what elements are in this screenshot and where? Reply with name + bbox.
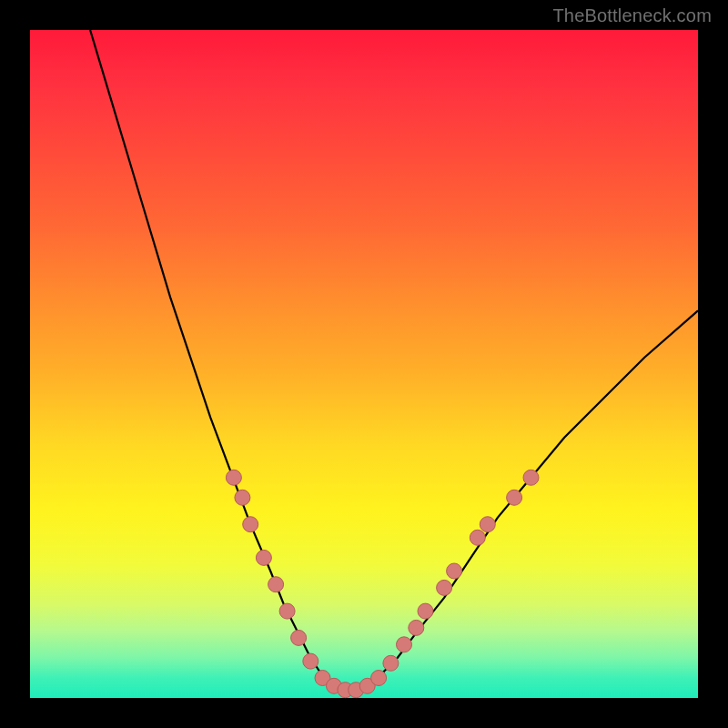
marker-dot — [383, 655, 399, 671]
marker-dot — [291, 630, 307, 645]
marker-dot — [303, 653, 318, 669]
marker-dot — [235, 490, 250, 505]
marker-dot — [409, 620, 424, 635]
marker-dot — [437, 580, 452, 595]
watermark-text: TheBottleneck.com — [552, 5, 712, 26]
marker-dot — [507, 490, 522, 505]
marker-dot — [268, 577, 284, 592]
curve-svg — [30, 30, 698, 698]
marker-dot — [418, 603, 433, 619]
marker-dot — [371, 671, 387, 686]
marker-dot — [279, 603, 295, 619]
marker-dot — [523, 470, 539, 485]
marker-dot — [447, 563, 462, 579]
marker-dot — [470, 530, 485, 545]
marker-dot — [480, 517, 495, 532]
bottleneck-curve — [90, 30, 698, 692]
chart-frame: TheBottleneck.com — [0, 0, 728, 728]
marker-dot — [243, 517, 258, 532]
plot-area — [30, 30, 698, 698]
marker-dot — [256, 550, 271, 565]
markers-group — [226, 470, 539, 697]
marker-dot — [397, 637, 412, 652]
marker-dot — [226, 470, 241, 485]
